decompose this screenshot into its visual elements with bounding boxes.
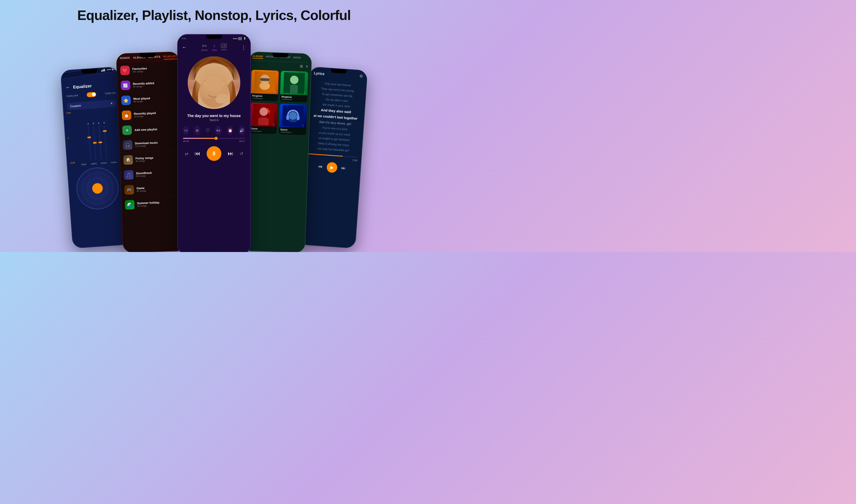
album-card-3-more[interactable]: ⋮ <box>272 123 275 127</box>
album-card-4[interactable]: Dance «Unknown» ⋮ <box>279 104 307 135</box>
np-progress-bar[interactable] <box>183 138 245 139</box>
phone-nowplaying: 9:41 ●●● ▌▌ 🔋 ← ≡+ Queue ♪ Song LR <box>177 34 251 252</box>
lyrics-play-btn[interactable]: ▶ <box>326 162 338 173</box>
song-icon: ♪ <box>213 43 215 48</box>
playlist-tab-playlist[interactable]: PLAYLIST <box>164 55 177 59</box>
add-playlist-label: Add new playlist <box>135 128 157 131</box>
eq-turn-off-label: TURN OFF <box>66 94 78 98</box>
playlist-items: ❤️ Favourites 101 songs 🔄 Recently added… <box>117 61 184 213</box>
np-artist: Tand G <box>178 119 250 124</box>
playlist-tab-songs[interactable]: SONGS <box>120 56 130 61</box>
np-volume-btn[interactable]: 🔊 <box>238 126 245 135</box>
lyrics-prev-btn[interactable]: ⏮ <box>318 164 323 169</box>
np-next-btn[interactable]: ⏭ <box>228 150 233 157</box>
np-more-button[interactable]: ⋮ <box>241 44 246 50</box>
svg-point-5 <box>220 83 223 86</box>
np-tab-song[interactable]: ♪ Song <box>212 43 217 51</box>
np-tab-lyrics[interactable]: LR Lyrics <box>221 43 227 51</box>
lyrics-icon: LR <box>221 43 227 48</box>
svg-rect-11 <box>260 78 269 81</box>
np-equalizer-btn[interactable]: ≋ <box>194 126 201 135</box>
lyrics-next-btn[interactable]: ⏭ <box>341 166 346 170</box>
album-card-2-more[interactable]: ⋮ <box>303 91 306 95</box>
np-back-button[interactable]: ← <box>182 44 187 50</box>
np-tab-queue-label: Queue <box>201 49 208 51</box>
album-card-1[interactable]: Ringtone «Unknown» ⋮ <box>250 70 279 101</box>
np-repeat-btn[interactable]: ↺ <box>240 151 243 156</box>
eq-slider-4[interactable]: 6 <box>103 112 107 159</box>
eq-slider-1[interactable]: 3 <box>87 113 91 160</box>
grid-view-icon[interactable]: ⊞ <box>300 64 303 68</box>
np-artwork <box>188 56 240 109</box>
album-card-4-sub: «Unknown» <box>281 131 305 134</box>
playlist-item-text-soundtrack: Soundtrack 08 songs <box>136 170 180 177</box>
lyric-line-13: our way too beautiful girl <box>308 146 358 153</box>
list-item[interactable]: 🐶 Funny songs 35 songs <box>120 151 182 168</box>
albums-tab-albums[interactable]: ALBUMS <box>252 55 263 59</box>
eq-slider-4-thumb[interactable] <box>103 130 107 132</box>
playlist-item-icon-favourites: ❤️ <box>120 66 130 75</box>
lyric-line-6: And they also said <box>311 107 361 115</box>
playlist-item-text-game: Game 40 songs <box>137 185 180 193</box>
album-card-2[interactable]: Ringtone «Unknown» ⋮ <box>280 71 308 102</box>
page-title: Equalizer, Playlist, Nonstop, Lyrics, Co… <box>0 0 428 28</box>
np-prev-btn[interactable]: ⏮ <box>195 150 200 157</box>
list-item[interactable]: 🔄 Recently added 26 songs <box>118 76 180 93</box>
album-card-1-more[interactable]: ⋮ <box>273 90 277 94</box>
np-progress-thumb[interactable] <box>215 137 218 140</box>
eq-back-arrow[interactable]: ← <box>65 85 70 90</box>
list-item[interactable]: 🎧 Download music 123 songs <box>120 136 182 153</box>
playlist-item-text-recently-played: Recently played 10 songs <box>134 110 178 118</box>
eq-vinyl <box>75 166 120 211</box>
album-card-1-info: Ringtone «Unknown» <box>250 93 278 101</box>
np-heart-btn[interactable]: ♡ <box>206 128 210 133</box>
eq-preset-arrow: ▼ <box>110 102 113 106</box>
playlist-item-icon-most-played: ⭐ <box>121 95 131 105</box>
list-item[interactable]: ❤️ Favourites 101 songs <box>117 61 179 78</box>
list-item[interactable]: 🌊 Summer holiday 15 songs <box>122 196 184 213</box>
list-view-icon[interactable]: ≡ <box>306 64 308 69</box>
svg-point-3 <box>217 82 224 86</box>
lyrics-settings-icon[interactable]: ⚙ <box>359 73 363 79</box>
album-card-4-more[interactable]: ⋮ <box>301 124 305 128</box>
np-loop-btn[interactable]: 1.0 <box>183 126 189 135</box>
np-progress-row: 04:48 05:17 <box>178 137 250 144</box>
eq-slider-1-thumb[interactable] <box>87 137 91 138</box>
albums-tab-book[interactable]: BOOK <box>293 56 301 60</box>
album-card-4-info: Dance «Unknown» <box>279 127 306 135</box>
np-alarm-btn[interactable]: ⏰ <box>227 126 233 135</box>
np-tab-queue[interactable]: ≡+ Queue <box>201 43 208 51</box>
albums-notch <box>272 53 289 57</box>
album-card-3[interactable]: Game «Unknown» ⋮ <box>249 102 278 134</box>
np-artwork-image <box>188 56 240 109</box>
eq-toggle-switch[interactable] <box>87 92 96 97</box>
np-controls-row: 1.0 ≋ ♡ ≡+ ⏰ 🔊 <box>178 124 250 137</box>
list-item[interactable]: ⭐ Most played 48 songs <box>118 91 180 108</box>
np-time-row: 04:48 05:17 <box>183 140 245 143</box>
list-item[interactable]: 🎵 Soundtrack 08 songs <box>121 166 183 183</box>
eq-slider-2-thumb[interactable] <box>93 142 96 144</box>
playlist-item-text-download: Download music 123 songs <box>135 140 179 147</box>
list-item[interactable]: + Add new playlist <box>119 121 181 138</box>
list-item[interactable]: 🎮 Game 40 songs <box>121 181 183 198</box>
np-tab-song-label: Song <box>212 49 217 51</box>
np-time-current: 04:48 <box>183 140 189 143</box>
eq-turn-on-label: TURN ON <box>105 92 116 95</box>
np-tab-lyrics-label: Lyrics <box>221 48 227 51</box>
list-item[interactable]: ⏰ Recently played 10 songs <box>119 106 181 123</box>
eq-slider-3-thumb[interactable] <box>99 142 102 143</box>
lyric-line-7: at we couldn't last together <box>310 113 360 121</box>
np-progress-fill <box>183 138 215 139</box>
svg-point-4 <box>207 83 210 86</box>
np-shuffle-btn[interactable]: ⇄ <box>185 151 188 156</box>
album-card-3-sub: «Unknown» <box>251 130 275 133</box>
eq-slider-3[interactable]: 0 <box>97 112 102 160</box>
np-play-pause-btn[interactable]: ⏸ <box>207 146 221 161</box>
playlist-item-text-funny: Funny songs 35 songs <box>136 155 179 162</box>
eq-slider-2[interactable]: 0 <box>92 113 96 160</box>
playlist-item-text-most-played: Most played 48 songs <box>133 95 177 103</box>
np-add-queue-btn[interactable]: ≡+ <box>215 126 221 135</box>
album-card-1-sub: «Unknown» <box>252 97 276 100</box>
playlist-item-text-recently-added: Recently added 26 songs <box>133 80 177 88</box>
lyrics-content: That love last forever They say we're to… <box>305 78 366 156</box>
